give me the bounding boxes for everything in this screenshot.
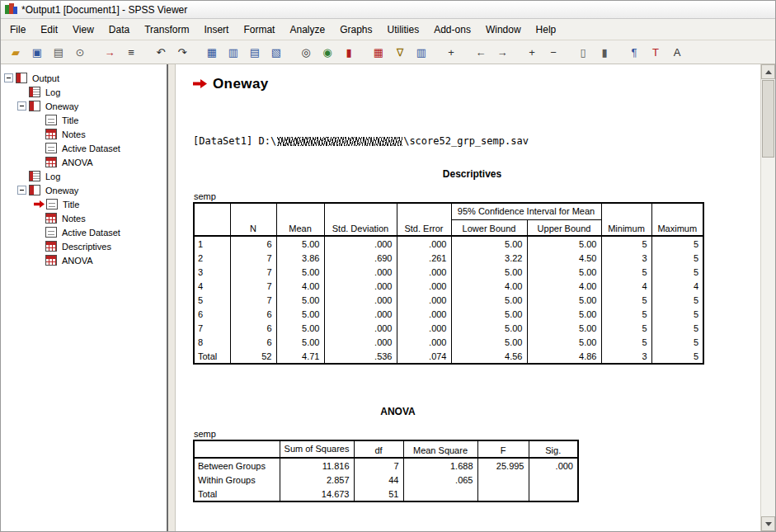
sidebar-item-notes-2[interactable]: Notes bbox=[60, 214, 87, 224]
insert-heading-button[interactable]: ¶ bbox=[624, 42, 644, 62]
sidebar-item-anova-1[interactable]: ANOVA bbox=[60, 158, 95, 167]
cell: 7 bbox=[230, 265, 276, 279]
hide-button[interactable]: ▮ bbox=[595, 42, 614, 62]
insert-text-button[interactable]: A bbox=[667, 42, 687, 62]
window-title: *Output1 [Document1] - SPSS Viewer bbox=[21, 4, 187, 16]
weight-cases-button[interactable]: ▥ bbox=[412, 42, 431, 62]
cell bbox=[403, 487, 477, 501]
expander-output[interactable] bbox=[4, 73, 13, 82]
anova-table[interactable]: Sum of Squares df Mean Square F Sig. Bet… bbox=[193, 440, 579, 502]
designate-window-button[interactable]: ◉ bbox=[317, 42, 337, 62]
cell: 7 bbox=[354, 458, 403, 473]
hide-icon: ▮ bbox=[601, 47, 607, 58]
menu-insert[interactable]: Insert bbox=[196, 21, 236, 38]
sidebar-item-active-dataset-1[interactable]: Active Dataset bbox=[60, 144, 122, 153]
sidebar-item-oneway-1[interactable]: Oneway bbox=[44, 101, 80, 111]
column-header: F bbox=[477, 440, 529, 458]
cell: 5.00 bbox=[527, 307, 601, 321]
vertical-scrollbar[interactable] bbox=[760, 64, 775, 531]
demote-icon: → bbox=[497, 47, 508, 58]
goto-data-button[interactable]: ▦ bbox=[202, 42, 222, 62]
sidebar-item-active-dataset-2[interactable]: Active Dataset bbox=[60, 228, 122, 238]
sidebar-item-title-1[interactable]: Title bbox=[60, 115, 80, 125]
column-header: Std. Error bbox=[397, 203, 451, 236]
stub-cell bbox=[194, 440, 280, 458]
descriptives-table[interactable]: N Mean Std. Deviation Std. Error 95% Con… bbox=[193, 202, 704, 365]
print-button[interactable]: ▤ bbox=[49, 42, 68, 62]
select-cases-button[interactable]: ∇ bbox=[390, 42, 410, 62]
variables-button[interactable]: ▤ bbox=[245, 42, 265, 62]
promote-button[interactable]: ← bbox=[471, 42, 491, 62]
recall-dialogs-button[interactable]: ≡ bbox=[121, 42, 141, 62]
pane-splitter[interactable] bbox=[168, 64, 176, 531]
menu-transform[interactable]: Transform bbox=[137, 21, 196, 38]
sidebar-item-oneway-2[interactable]: Oneway bbox=[44, 186, 80, 195]
expander-oneway-1[interactable] bbox=[17, 101, 26, 111]
show-button[interactable]: ▯ bbox=[573, 42, 593, 62]
open-icon: ▰ bbox=[12, 47, 20, 58]
row-label: Within Groups bbox=[194, 473, 280, 487]
redo-button[interactable]: ↷ bbox=[172, 42, 192, 62]
cell: 5 bbox=[651, 349, 703, 364]
sidebar-item-output[interactable]: Output bbox=[31, 73, 61, 83]
oneway-book-icon bbox=[29, 101, 40, 111]
tree-row: Notes bbox=[1, 211, 167, 225]
cell: 4 bbox=[651, 279, 703, 293]
sidebar-item-title-2[interactable]: Title bbox=[61, 200, 81, 210]
tree-row: Title bbox=[1, 113, 167, 127]
menu-graphs[interactable]: Graphs bbox=[332, 21, 379, 38]
tree-row: Output bbox=[1, 71, 167, 85]
split-file-button[interactable]: ▦ bbox=[369, 42, 388, 62]
sidebar-item-descriptives[interactable]: Descriptives bbox=[60, 242, 113, 252]
cell: 7 bbox=[230, 279, 276, 293]
print-icon: ▤ bbox=[54, 47, 63, 58]
column-header: Minimum bbox=[601, 203, 651, 236]
goto-case-button[interactable]: ▥ bbox=[223, 42, 243, 62]
menu-help[interactable]: Help bbox=[529, 21, 564, 38]
scroll-up-button[interactable] bbox=[761, 64, 775, 79]
table-row: Between Groups 11.816 7 1.688 25.995 .00… bbox=[194, 458, 578, 473]
menu-file[interactable]: File bbox=[2, 21, 33, 38]
use-sets-button[interactable]: ▧ bbox=[266, 42, 286, 62]
cell: 4.00 bbox=[451, 279, 527, 293]
menu-edit[interactable]: Edit bbox=[33, 21, 65, 38]
demote-button[interactable]: → bbox=[492, 42, 512, 62]
notes-icon bbox=[45, 129, 57, 139]
menu-view[interactable]: View bbox=[65, 21, 101, 38]
cell: .000 bbox=[529, 458, 578, 473]
column-header: Std. Deviation bbox=[324, 203, 397, 236]
menu-utilities[interactable]: Utilities bbox=[380, 21, 427, 38]
sidebar-item-anova-2[interactable]: ANOVA bbox=[60, 256, 95, 266]
menu-data[interactable]: Data bbox=[101, 21, 137, 38]
select-last-output-button[interactable]: ◎ bbox=[296, 42, 316, 62]
dataset-line: [DataSet1] D:\\score52_grp_semp.sav bbox=[193, 135, 760, 147]
open-button[interactable]: ▰ bbox=[6, 42, 26, 62]
sidebar-item-log-2[interactable]: Log bbox=[44, 172, 62, 181]
row-label: 6 bbox=[194, 307, 230, 321]
sidebar-item-notes-1[interactable]: Notes bbox=[60, 129, 87, 139]
print-preview-button[interactable]: ⊙ bbox=[70, 42, 90, 62]
export-button[interactable]: → bbox=[100, 42, 120, 62]
move-button[interactable]: + bbox=[441, 42, 461, 62]
menu-analyze[interactable]: Analyze bbox=[282, 21, 332, 38]
menu-format[interactable]: Format bbox=[236, 21, 282, 38]
sidebar-item-log-1[interactable]: Log bbox=[44, 87, 62, 97]
scrollbar-track[interactable] bbox=[761, 158, 775, 516]
recall-dialogs-icon: ≡ bbox=[128, 47, 134, 58]
scrollbar-thumb[interactable] bbox=[762, 80, 774, 158]
undo-button[interactable]: ↶ bbox=[151, 42, 171, 62]
collapse-button[interactable]: − bbox=[543, 42, 563, 62]
expand-button[interactable]: + bbox=[522, 42, 542, 62]
insert-title-button[interactable]: T bbox=[646, 42, 665, 62]
cell: 3 bbox=[601, 349, 651, 364]
scroll-down-button[interactable] bbox=[761, 516, 775, 531]
menu-window[interactable]: Window bbox=[478, 21, 529, 38]
cell: .000 bbox=[397, 279, 451, 293]
row-label: 3 bbox=[194, 265, 230, 279]
save-button[interactable]: ▣ bbox=[27, 42, 47, 62]
cell: 3.86 bbox=[276, 251, 324, 265]
run-script-button[interactable]: ▮ bbox=[339, 42, 359, 62]
menu-addons[interactable]: Add-ons bbox=[426, 21, 478, 38]
expander-oneway-2[interactable] bbox=[17, 186, 26, 195]
cell: .000 bbox=[397, 307, 451, 321]
